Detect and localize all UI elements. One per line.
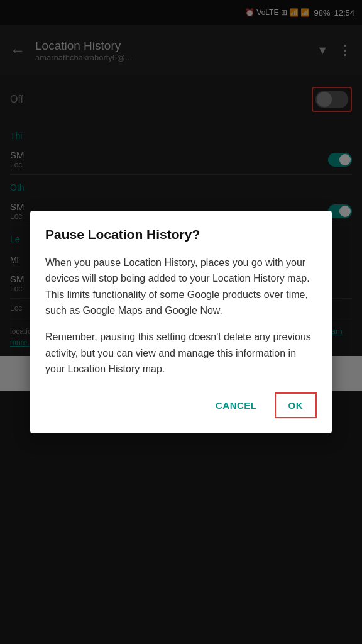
dialog-body-2: Remember, pausing this setting doesn't d… [45, 329, 317, 377]
ok-button[interactable]: OK [275, 392, 317, 418]
cancel-button[interactable]: CANCEL [203, 392, 270, 418]
pause-location-dialog: Pause Location History? When you pause L… [30, 211, 332, 433]
dialog-body-1: When you pause Location History, places … [45, 255, 317, 319]
dialog-actions: CANCEL OK [45, 392, 317, 418]
dialog-overlay: Pause Location History? When you pause L… [0, 0, 362, 644]
dialog-title: Pause Location History? [45, 226, 317, 243]
